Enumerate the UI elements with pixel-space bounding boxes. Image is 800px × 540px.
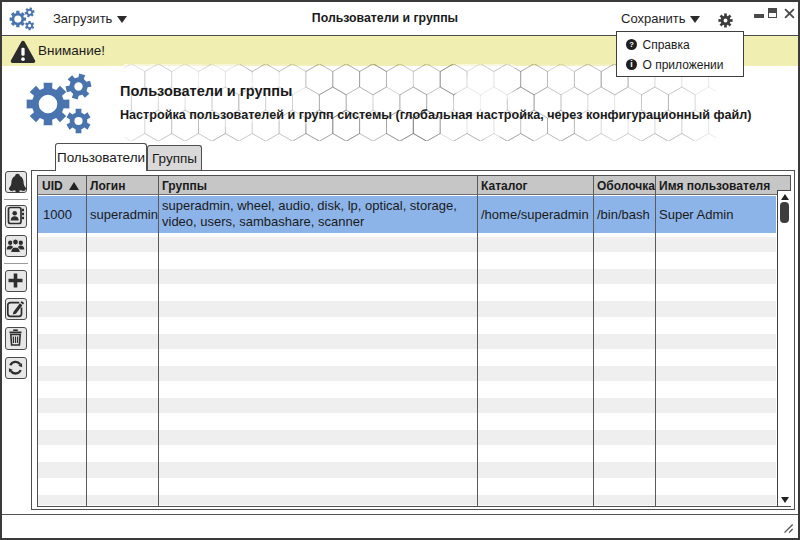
svg-text:?: ? bbox=[629, 40, 634, 49]
svg-text:i: i bbox=[630, 59, 632, 69]
